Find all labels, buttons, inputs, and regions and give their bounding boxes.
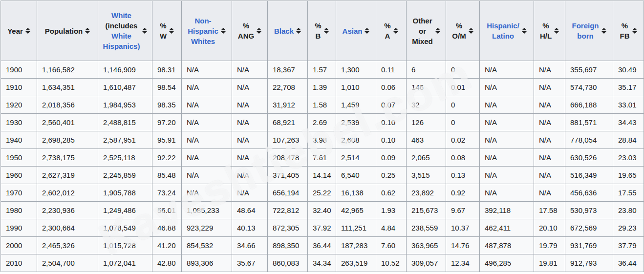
cell-year: 1930 <box>1 114 37 131</box>
cell-black: 208,478 <box>268 149 308 167</box>
column-header-pct_w[interactable]: %W <box>152 1 182 61</box>
cell-pct_ang: N/A <box>232 61 268 79</box>
column-header-non_hispanic_whites[interactable]: Non-HispanicWhites <box>182 1 232 61</box>
cell-pct_om: 14.76 <box>446 237 480 254</box>
cell-hispanic_latino: 462,411 <box>480 219 534 237</box>
column-header-hispanic_latino[interactable]: Hispanic/Latino <box>480 1 534 61</box>
cell-population: 2,504,700 <box>37 254 98 272</box>
cell-pct_ang: N/A <box>232 131 268 149</box>
cell-pct_om: 0.01 <box>446 79 480 96</box>
cell-pct_om: 0 <box>446 61 480 79</box>
cell-pct_a: 0.11 <box>376 61 407 79</box>
cell-population: 1,634,351 <box>37 79 98 96</box>
sort-icon <box>324 28 329 34</box>
cell-asian: 2,514 <box>336 149 376 167</box>
cell-year: 2000 <box>1 237 37 254</box>
cell-white: 1,072,041 <box>98 254 152 272</box>
cell-pct_hl: N/A <box>534 96 565 114</box>
cell-asian: 111,251 <box>336 219 376 237</box>
cell-pct_ang: N/A <box>232 114 268 131</box>
cell-asian: 16,138 <box>336 184 376 202</box>
cell-black: 18,367 <box>268 61 308 79</box>
cell-black: 722,812 <box>268 202 308 219</box>
cell-pct_a: 10.52 <box>376 254 407 272</box>
cell-population: 2,738,175 <box>37 149 98 167</box>
cell-pct_hl: 17.58 <box>534 202 565 219</box>
cell-black: 872,305 <box>268 219 308 237</box>
cell-non_hispanic_whites: N/A <box>182 149 232 167</box>
cell-pct_b: 36.44 <box>308 237 336 254</box>
cell-foreign_born: 630,526 <box>565 149 613 167</box>
cell-foreign_born: 778,054 <box>565 131 613 149</box>
column-header-year[interactable]: Year <box>1 1 37 61</box>
cell-population: 2,300,664 <box>37 219 98 237</box>
cell-white: 1,146,909 <box>98 61 152 79</box>
column-header-white[interactable]: White(includesWhiteHispanics) <box>98 1 152 61</box>
cell-pct_hl: 20.10 <box>534 219 565 237</box>
table-row: 20102,504,7001,072,04142.80893,30635.678… <box>1 254 644 272</box>
cell-other_or_mixed: 2,065 <box>407 149 446 167</box>
column-header-pct_a[interactable]: %A <box>376 1 407 61</box>
cell-foreign_born: 912,793 <box>565 254 613 272</box>
cell-pct_b: 32.40 <box>308 202 336 219</box>
column-header-pct_b[interactable]: %B <box>308 1 336 61</box>
cell-hispanic_latino: 392,118 <box>480 202 534 219</box>
cell-non_hispanic_whites: 854,532 <box>182 237 232 254</box>
column-header-pct_fb[interactable]: %FB <box>613 1 644 61</box>
cell-hispanic_latino: N/A <box>480 114 534 131</box>
cell-white: 2,488,815 <box>98 114 152 131</box>
demographics-history-page: YearPopulationWhite(includesWhiteHispani… <box>0 0 644 274</box>
column-header-black[interactable]: Black <box>268 1 308 61</box>
cell-pct_w: 98.31 <box>152 61 182 79</box>
column-header-foreign_born[interactable]: Foreignborn <box>565 1 613 61</box>
cell-pct_fb: 19.65 <box>613 167 644 184</box>
column-header-population[interactable]: Population <box>37 1 98 61</box>
sort-icon <box>85 28 90 34</box>
column-header-pct_hl[interactable]: %H/L <box>534 1 565 61</box>
cell-pct_fb: 30.49 <box>613 61 644 79</box>
sort-icon <box>257 28 261 34</box>
column-header-other_or_mixed[interactable]: OtherorMixed <box>407 1 446 61</box>
cell-white: 1,078,549 <box>98 219 152 237</box>
cell-hispanic_latino: N/A <box>480 96 534 114</box>
column-header-label: White(includesWhiteHispanics) <box>103 10 140 51</box>
cell-hispanic_latino: N/A <box>480 79 534 96</box>
cell-asian: 1,010 <box>336 79 376 96</box>
cell-pct_a: 0.10 <box>376 114 407 131</box>
cell-pct_fb: 29.23 <box>613 219 644 237</box>
cell-pct_b: 1.58 <box>308 96 336 114</box>
cell-pct_ang: N/A <box>232 167 268 184</box>
cell-hispanic_latino: 496,285 <box>480 254 534 272</box>
column-header-label: Black <box>274 26 294 36</box>
column-header-pct_om[interactable]: %O/M <box>446 1 480 61</box>
cell-asian: 6,540 <box>336 167 376 184</box>
cell-pct_hl: N/A <box>534 149 565 167</box>
cell-non_hispanic_whites: N/A <box>182 167 232 184</box>
cell-pct_hl: N/A <box>534 167 565 184</box>
sort-icon <box>435 28 440 34</box>
column-header-pct_ang[interactable]: %ANG <box>232 1 268 61</box>
table-row: 19702,602,0121,905,78873.24N/AN/A656,194… <box>1 184 644 202</box>
cell-asian: 187,283 <box>336 237 376 254</box>
cell-hispanic_latino: N/A <box>480 149 534 167</box>
cell-non_hispanic_whites: N/A <box>182 114 232 131</box>
cell-year: 1970 <box>1 184 37 202</box>
cell-year: 1990 <box>1 219 37 237</box>
cell-foreign_born: 666,188 <box>565 96 613 114</box>
cell-foreign_born: 881,571 <box>565 114 613 131</box>
column-header-label: Asian <box>343 26 363 36</box>
cell-other_or_mixed: 146 <box>407 79 446 96</box>
cell-pct_a: 0.07 <box>376 96 407 114</box>
column-header-asian[interactable]: Asian <box>336 1 376 61</box>
cell-pct_om: 9.67 <box>446 202 480 219</box>
cell-pct_b: 3.98 <box>308 131 336 149</box>
cell-pct_hl: N/A <box>534 61 565 79</box>
table-row: 19902,300,6641,078,54946.88923,22940.138… <box>1 219 644 237</box>
cell-pct_om: 0 <box>446 96 480 114</box>
cell-hispanic_latino: 487,878 <box>480 237 534 254</box>
cell-pct_a: 1.93 <box>376 202 407 219</box>
cell-hispanic_latino: N/A <box>480 131 534 149</box>
cell-pct_fb: 34.43 <box>613 114 644 131</box>
cell-white: 1,249,486 <box>98 202 152 219</box>
cell-pct_a: 4.84 <box>376 219 407 237</box>
